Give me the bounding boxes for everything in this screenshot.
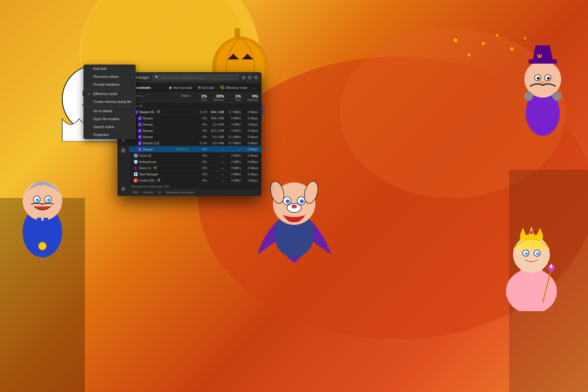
memory-cell: — bbox=[208, 148, 225, 151]
table-row[interactable]: B Beeper 0% 11.0 MB 0 MB/s 0 Mbps bbox=[129, 121, 261, 128]
table-row[interactable]: B Beeper [12] 0.1% 92.4 MB 0.7 MB/s 0 Mb… bbox=[129, 140, 261, 146]
statusbar-label: Background processes bbox=[166, 191, 195, 194]
expand-right-icon: › bbox=[131, 154, 132, 157]
run-task-label: Run new task bbox=[173, 86, 192, 89]
ctx-create-memory-dump[interactable]: Create memory dump file bbox=[84, 98, 135, 106]
run-icon: ▶ bbox=[169, 85, 172, 90]
svg-point-45 bbox=[524, 92, 533, 101]
network-cell: 0 Mbps bbox=[242, 135, 259, 139]
ctx-provide-feedback-label: Provide feedback bbox=[93, 83, 120, 87]
svg-marker-63 bbox=[537, 228, 543, 235]
process-name-cell: › Notepad.exe bbox=[131, 160, 166, 164]
sidebar-settings-button[interactable] bbox=[119, 184, 128, 193]
ctx-resource-values[interactable]: Resource values bbox=[84, 73, 135, 81]
task-manager-window: Task Manager 🔍 Type a name, publisher, o… bbox=[117, 72, 262, 196]
statusbar-memory: Memory bbox=[143, 191, 153, 194]
name-column-header[interactable]: Name ▲ bbox=[131, 94, 166, 102]
table-row[interactable]: B Beeper Efficiency... 0% — — 0 Mbps bbox=[129, 146, 261, 152]
table-row[interactable]: B Beeper 0% 201.0 MB 0 MB/s 0 Mbps bbox=[129, 128, 261, 134]
apps-section-header: Apps (6) bbox=[129, 103, 261, 109]
svg-point-67 bbox=[525, 252, 528, 255]
svg-text:B: B bbox=[139, 142, 141, 145]
svg-rect-109 bbox=[136, 173, 137, 174]
maximize-button[interactable]: □ bbox=[248, 76, 252, 79]
table-row[interactable]: › Notepad.exe 0% — 0 MB/s 0 Mbps bbox=[129, 159, 261, 165]
network-column-header[interactable]: 0% Network bbox=[242, 94, 259, 102]
process-name-cell: ▾ B Beeper (6) 🌿 bbox=[131, 110, 166, 114]
slack-efficiency-icon: 🌿 bbox=[153, 166, 157, 170]
ctx-end-task[interactable]: End task bbox=[84, 65, 135, 73]
memory-column-header[interactable]: 39% Memory bbox=[208, 94, 225, 102]
efficiency-mode-button[interactable]: 🌿 Efficiency mode bbox=[217, 84, 249, 91]
table-row[interactable]: › Task Manager 0% — 0 MB/s 0 Mbps bbox=[129, 171, 261, 177]
svg-point-29 bbox=[38, 242, 46, 250]
table-row[interactable]: B Beeper 0% 10.0 MB 0.1 MB/s 0 Mbps bbox=[129, 134, 261, 140]
ctx-open-file-location[interactable]: Open file location bbox=[84, 115, 135, 123]
status-col-label: Status bbox=[181, 94, 190, 97]
table-row[interactable]: B Beeper 0% 258.3 MB 0 MB/s 0 Mbps bbox=[129, 115, 261, 121]
svg-point-85 bbox=[122, 188, 124, 190]
process-list[interactable]: Apps (6) ▾ B Beeper (6) 🌿 0.1% 584.1 MB bbox=[129, 103, 261, 189]
process-name-cell: B Beeper bbox=[133, 122, 166, 126]
cpu-cell: 0.1% bbox=[191, 110, 208, 114]
table-row[interactable]: › S Slack (7) 🌿 0% — 0 MB/s 0 Mbps bbox=[129, 165, 261, 171]
status-cell: Efficiency... bbox=[166, 148, 191, 151]
network-col-label: Network bbox=[242, 98, 258, 102]
disk-cell: — bbox=[225, 148, 242, 151]
svg-point-42 bbox=[537, 77, 540, 80]
disk-cell: 0 MB/s bbox=[225, 123, 242, 126]
table-row[interactable]: › V Vivaldi (25) 🌿 0% — 0 MB/s 0 Mbps bbox=[129, 177, 261, 184]
process-name: Slack (7) bbox=[139, 166, 151, 170]
beeper-sub-icon4: B bbox=[138, 135, 142, 139]
ctx-search-online[interactable]: Search online bbox=[84, 123, 135, 131]
process-name: Beeper bbox=[143, 135, 153, 139]
svg-rect-108 bbox=[134, 173, 135, 174]
notepad-icon bbox=[134, 160, 138, 164]
cpu-stat: 2% bbox=[191, 94, 207, 98]
search-placeholder: Type a name, publisher, or PID... bbox=[161, 76, 206, 79]
background-section-label: Background processes (64) bbox=[131, 185, 169, 188]
wolf-mario bbox=[14, 158, 71, 257]
close-button[interactable]: ✕ bbox=[254, 76, 258, 79]
run-task-button[interactable]: ▶ Run new task bbox=[167, 84, 195, 91]
table-row[interactable]: › Clock (2) 0% — 0 MB/s 0 Mbps bbox=[129, 152, 261, 159]
end-task-label: End task bbox=[202, 86, 214, 89]
sidebar-details-button[interactable] bbox=[119, 146, 128, 155]
ctx-go-to-details-label: Go to details bbox=[93, 109, 112, 113]
efficiency-icon: 🌿 bbox=[220, 85, 224, 90]
process-name: Task Manager bbox=[139, 173, 158, 176]
svg-rect-28 bbox=[44, 218, 48, 232]
process-name: Beeper (6) bbox=[139, 110, 154, 114]
svg-point-54 bbox=[291, 204, 297, 208]
svg-point-46 bbox=[552, 92, 561, 101]
table-row[interactable]: ▾ B Beeper (6) 🌿 0.1% 584.1 MB 0.7 MB/s … bbox=[129, 109, 261, 115]
status-column-header[interactable]: Status bbox=[166, 94, 191, 102]
ctx-divider-2 bbox=[84, 106, 135, 107]
more-button[interactable]: ... bbox=[251, 85, 258, 91]
cpu-column-header[interactable]: 2% CPU bbox=[191, 94, 208, 102]
disk-column-header[interactable]: 1% Disk bbox=[225, 94, 242, 102]
memory-cell: — bbox=[208, 179, 225, 182]
end-task-button[interactable]: ⊗ End task bbox=[196, 84, 217, 91]
process-name: Beeper bbox=[143, 129, 153, 132]
ctx-efficiency-mode[interactable]: ✓ Efficiency mode bbox=[84, 90, 135, 98]
network-cell: 0 Mbps bbox=[242, 160, 259, 163]
process-name: Notepad.exe bbox=[139, 160, 156, 163]
main-content: Processes ▶ Run new task ⊗ End task 🌿 Ef… bbox=[129, 83, 261, 196]
minimize-button[interactable]: — bbox=[242, 76, 245, 79]
disk-cell: 0 MB/s bbox=[225, 129, 242, 132]
cape-character bbox=[255, 156, 334, 274]
ctx-properties[interactable]: Properties bbox=[84, 131, 135, 139]
svg-text:★: ★ bbox=[509, 45, 515, 52]
context-menu: End task Resource values Provide feedbac… bbox=[83, 64, 136, 139]
expand-right-icon: › bbox=[131, 179, 132, 182]
ctx-provide-feedback[interactable]: Provide feedback bbox=[84, 81, 135, 89]
ctx-search-online-label: Search online bbox=[93, 125, 114, 129]
efficiency-checkmark-icon: ✓ bbox=[88, 92, 91, 96]
svg-line-102 bbox=[136, 156, 136, 156]
ctx-go-to-details[interactable]: Go to details bbox=[84, 107, 135, 115]
network-cell: 0 Mbps bbox=[242, 123, 259, 126]
search-box[interactable]: 🔍 Type a name, publisher, or PID... bbox=[152, 74, 239, 80]
cpu-cell: 0% bbox=[191, 135, 208, 139]
memory-cell: 584.1 MB bbox=[208, 110, 225, 114]
